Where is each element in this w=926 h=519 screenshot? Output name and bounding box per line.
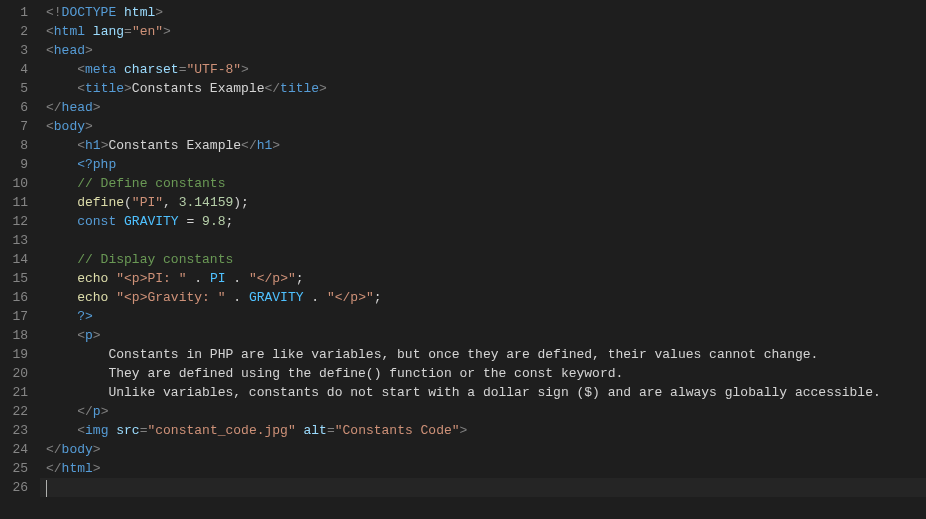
line-number: 1 (0, 3, 40, 22)
code-token: </ (264, 81, 280, 96)
code-token: // Define constants (77, 176, 225, 191)
code-token: meta (85, 62, 116, 77)
code-token: > (272, 138, 280, 153)
code-token: define (77, 195, 124, 210)
line-number: 25 (0, 459, 40, 478)
code-line[interactable]: <head> (46, 41, 926, 60)
code-token: DOCTYPE (62, 5, 117, 20)
code-token: const (77, 214, 116, 229)
code-line[interactable]: // Define constants (46, 174, 926, 193)
code-token: <?php (77, 157, 116, 172)
code-token (116, 62, 124, 77)
code-token: < (77, 62, 85, 77)
code-line[interactable]: Unlike variables, constants do not start… (46, 383, 926, 402)
code-token: > (124, 81, 132, 96)
line-number: 5 (0, 79, 40, 98)
code-token: = (124, 24, 132, 39)
code-token: 9.8 (202, 214, 225, 229)
code-token: > (93, 100, 101, 115)
code-token: "UTF-8" (186, 62, 241, 77)
code-token (296, 423, 304, 438)
code-line[interactable]: <meta charset="UTF-8"> (46, 60, 926, 79)
code-token (319, 290, 327, 305)
line-number: 24 (0, 440, 40, 459)
code-line[interactable]: <p> (46, 326, 926, 345)
code-token (194, 214, 202, 229)
code-token: > (93, 442, 101, 457)
code-token: ) (233, 195, 241, 210)
code-token: < (46, 24, 54, 39)
code-token: GRAVITY (124, 214, 179, 229)
code-token (241, 271, 249, 286)
code-line[interactable] (46, 231, 926, 250)
code-token: They are defined using the define() func… (108, 366, 623, 381)
code-token: src (116, 423, 139, 438)
code-line[interactable]: <body> (46, 117, 926, 136)
code-editor-area[interactable]: <!DOCTYPE html><html lang="en"><head> <m… (40, 0, 926, 519)
code-token: Constants in PHP are like variables, but… (108, 347, 818, 362)
code-token: . (194, 271, 202, 286)
code-token: "en" (132, 24, 163, 39)
code-token: < (46, 119, 54, 134)
code-token (116, 5, 124, 20)
line-number: 17 (0, 307, 40, 326)
code-token: p (93, 404, 101, 419)
code-token: < (46, 43, 54, 58)
code-token: ; (374, 290, 382, 305)
code-line[interactable]: Constants in PHP are like variables, but… (46, 345, 926, 364)
code-token: "Constants Code" (335, 423, 460, 438)
code-token: < (77, 81, 85, 96)
code-token: body (62, 442, 93, 457)
code-line[interactable]: They are defined using the define() func… (46, 364, 926, 383)
code-token: "</p>" (327, 290, 374, 305)
line-number: 19 (0, 345, 40, 364)
code-token: <! (46, 5, 62, 20)
code-line[interactable]: echo "<p>Gravity: " . GRAVITY . "</p>"; (46, 288, 926, 307)
code-token: </ (46, 442, 62, 457)
code-line[interactable]: echo "<p>PI: " . PI . "</p>"; (46, 269, 926, 288)
code-token: </ (241, 138, 257, 153)
line-number: 18 (0, 326, 40, 345)
code-token: GRAVITY (249, 290, 304, 305)
code-token: > (93, 328, 101, 343)
line-number: 4 (0, 60, 40, 79)
code-token: ?> (77, 309, 93, 324)
line-number: 13 (0, 231, 40, 250)
code-token: ( (124, 195, 132, 210)
code-token: html (124, 5, 155, 20)
code-line[interactable]: define("PI", 3.14159); (46, 193, 926, 212)
code-token: > (163, 24, 171, 39)
line-number: 15 (0, 269, 40, 288)
code-line[interactable]: </head> (46, 98, 926, 117)
code-token: . (233, 271, 241, 286)
code-line[interactable]: <h1>Constants Example</h1> (46, 136, 926, 155)
code-token: alt (304, 423, 327, 438)
code-line[interactable]: ?> (46, 307, 926, 326)
code-token: Constants Example (132, 81, 265, 96)
line-number: 11 (0, 193, 40, 212)
code-line[interactable]: <!DOCTYPE html> (46, 3, 926, 22)
code-line[interactable]: </body> (46, 440, 926, 459)
code-line[interactable]: <?php (46, 155, 926, 174)
line-number: 7 (0, 117, 40, 136)
code-token: > (241, 62, 249, 77)
code-line[interactable]: <img src="constant_code.jpg" alt="Consta… (46, 421, 926, 440)
code-token: </ (46, 100, 62, 115)
code-line[interactable]: // Display constants (46, 250, 926, 269)
code-token: = (327, 423, 335, 438)
code-line[interactable]: const GRAVITY = 9.8; (46, 212, 926, 231)
code-line[interactable]: <title>Constants Example</title> (46, 79, 926, 98)
code-token: , (163, 195, 179, 210)
code-line[interactable]: </html> (46, 459, 926, 478)
code-token: . (311, 290, 319, 305)
code-line[interactable]: </p> (46, 402, 926, 421)
code-token: body (54, 119, 85, 134)
code-token: < (77, 138, 85, 153)
code-token: echo (77, 271, 108, 286)
code-line[interactable]: <html lang="en"> (46, 22, 926, 41)
code-token: > (85, 43, 93, 58)
code-token: head (54, 43, 85, 58)
code-token: h1 (257, 138, 273, 153)
line-number: 10 (0, 174, 40, 193)
code-token: ; (226, 214, 234, 229)
